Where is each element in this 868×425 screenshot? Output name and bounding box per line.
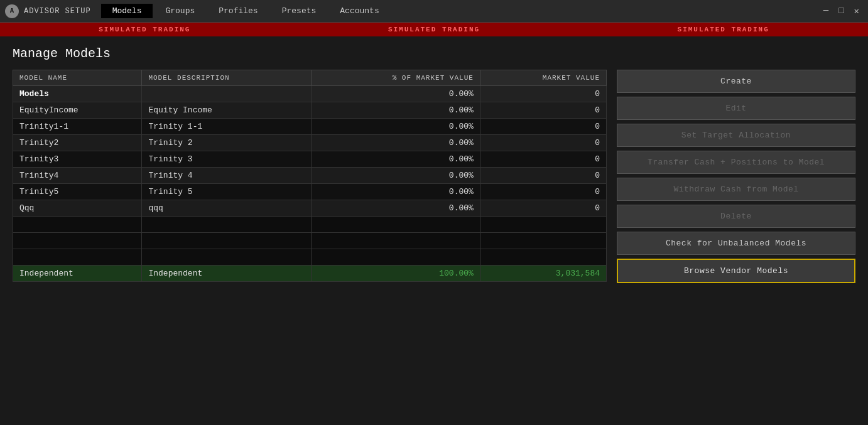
cell-pct xyxy=(311,233,480,249)
cell-desc xyxy=(142,233,311,249)
cell-name: Models xyxy=(13,86,142,102)
title-bar: A ADVISOR SETUP Models Groups Profiles P… xyxy=(0,0,868,23)
cell-value: 0 xyxy=(480,184,606,200)
table-area: MODEL NAME MODEL DESCRIPTION % OF MARKET… xyxy=(13,70,607,415)
cell-value xyxy=(480,217,606,233)
cell-value xyxy=(480,249,606,266)
cell-pct: 0.00% xyxy=(311,119,480,135)
cell-pct: 0.00% xyxy=(311,184,480,200)
cell-desc: Equity Income xyxy=(142,102,311,119)
cell-desc: Trinity 3 xyxy=(142,151,311,168)
buttons-area: Create Edit Set Target Allocation Transf… xyxy=(617,70,855,415)
cell-name xyxy=(13,249,142,266)
table-row[interactable]: Trinity5 Trinity 5 0.00% 0 xyxy=(13,184,607,200)
cell-desc: Independent xyxy=(142,266,311,282)
cell-name xyxy=(13,217,142,233)
cell-pct: 0.00% xyxy=(311,135,480,151)
cell-name: Trinity2 xyxy=(13,135,142,151)
sim-label-1: SIMULATED TRADING xyxy=(99,26,190,33)
cell-name: Trinity3 xyxy=(13,151,142,168)
cell-desc: qqq xyxy=(142,200,311,217)
col-model-name: MODEL NAME xyxy=(13,70,142,86)
cell-pct: 0.00% xyxy=(311,86,480,102)
minimize-button[interactable]: ─ xyxy=(820,6,832,16)
tab-groups[interactable]: Groups xyxy=(154,4,206,18)
cell-pct: 0.00% xyxy=(311,102,480,119)
cell-value: 0 xyxy=(480,135,606,151)
cell-name: EquityIncome xyxy=(13,102,142,119)
cell-desc: Trinity 1-1 xyxy=(142,119,311,135)
cell-desc: Trinity 5 xyxy=(142,184,311,200)
withdraw-cash-button[interactable]: Withdraw Cash from Model xyxy=(617,178,855,201)
page-title: Manage Models xyxy=(13,46,855,61)
cell-pct: 0.00% xyxy=(311,200,480,217)
cell-value: 0 xyxy=(480,86,606,102)
browse-vendor-button[interactable]: Browse Vendor Models xyxy=(617,259,855,283)
window-controls: ─ □ ✕ xyxy=(820,6,863,16)
cell-desc: Trinity 2 xyxy=(142,135,311,151)
cell-value: 0 xyxy=(480,102,606,119)
set-target-button[interactable]: Set Target Allocation xyxy=(617,124,855,147)
content-area: MODEL NAME MODEL DESCRIPTION % OF MARKET… xyxy=(13,70,855,415)
cell-desc xyxy=(142,86,311,102)
table-row[interactable]: Qqq qqq 0.00% 0 xyxy=(13,200,607,217)
cell-pct: 0.00% xyxy=(311,151,480,168)
tab-accounts[interactable]: Accounts xyxy=(328,4,390,18)
col-market-val: MARKET VALUE xyxy=(480,70,606,86)
cell-value: 0 xyxy=(480,151,606,168)
tab-models[interactable]: Models xyxy=(101,4,153,18)
cell-value: 3,031,584 xyxy=(480,266,606,282)
check-unbalanced-button[interactable]: Check for Unbalanced Models xyxy=(617,232,855,255)
table-row[interactable]: Trinity4 Trinity 4 0.00% 0 xyxy=(13,168,607,184)
main-content: Manage Models MODEL NAME MODEL DESCRIPTI… xyxy=(0,36,868,425)
app-icon-letter: A xyxy=(10,8,14,14)
table-row[interactable]: EquityIncome Equity Income 0.00% 0 xyxy=(13,102,607,119)
table-row[interactable]: Trinity1-1 Trinity 1-1 0.00% 0 xyxy=(13,119,607,135)
transfer-cash-button[interactable]: Transfer Cash + Positions to Model xyxy=(617,151,855,174)
cell-name: Trinity1-1 xyxy=(13,119,142,135)
close-button[interactable]: ✕ xyxy=(850,6,863,16)
create-button[interactable]: Create xyxy=(617,70,855,93)
col-model-desc: MODEL DESCRIPTION xyxy=(142,70,311,86)
edit-button[interactable]: Edit xyxy=(617,97,855,120)
table-row-independent[interactable]: Independent Independent 100.00% 3,031,58… xyxy=(13,266,607,282)
table-row-empty xyxy=(13,249,607,266)
cell-name: Trinity5 xyxy=(13,184,142,200)
cell-pct: 100.00% xyxy=(311,266,480,282)
cell-name: Independent xyxy=(13,266,142,282)
tab-presets[interactable]: Presets xyxy=(271,4,328,18)
cell-name xyxy=(13,233,142,249)
table-header-row: MODEL NAME MODEL DESCRIPTION % OF MARKET… xyxy=(13,70,607,86)
cell-value xyxy=(480,233,606,249)
table-row-group-header[interactable]: Models 0.00% 0 xyxy=(13,86,607,102)
cell-pct xyxy=(311,249,480,266)
sim-label-2: SIMULATED TRADING xyxy=(388,26,480,33)
app-title: ADVISOR SETUP xyxy=(24,7,91,16)
tab-bar: Models Groups Profiles Presets Accounts xyxy=(101,4,820,18)
delete-button[interactable]: Delete xyxy=(617,205,855,228)
cell-desc xyxy=(142,217,311,233)
tab-profiles[interactable]: Profiles xyxy=(207,4,269,18)
cell-value: 0 xyxy=(480,119,606,135)
col-pct-market: % OF MARKET VALUE xyxy=(311,70,480,86)
cell-name: Qqq xyxy=(13,200,142,217)
table-row[interactable]: Trinity3 Trinity 3 0.00% 0 xyxy=(13,151,607,168)
maximize-button[interactable]: □ xyxy=(835,6,847,16)
cell-value: 0 xyxy=(480,200,606,217)
models-table: MODEL NAME MODEL DESCRIPTION % OF MARKET… xyxy=(13,70,607,282)
cell-value: 0 xyxy=(480,168,606,184)
table-row-empty xyxy=(13,233,607,249)
table-row[interactable]: Trinity2 Trinity 2 0.00% 0 xyxy=(13,135,607,151)
table-row-empty xyxy=(13,217,607,233)
cell-pct: 0.00% xyxy=(311,168,480,184)
sim-label-3: SIMULATED TRADING xyxy=(678,26,769,33)
app-icon: A xyxy=(5,4,19,18)
cell-desc: Trinity 4 xyxy=(142,168,311,184)
cell-desc xyxy=(142,249,311,266)
cell-name: Trinity4 xyxy=(13,168,142,184)
cell-pct xyxy=(311,217,480,233)
sim-trading-bar: SIMULATED TRADING SIMULATED TRADING SIMU… xyxy=(0,23,868,36)
